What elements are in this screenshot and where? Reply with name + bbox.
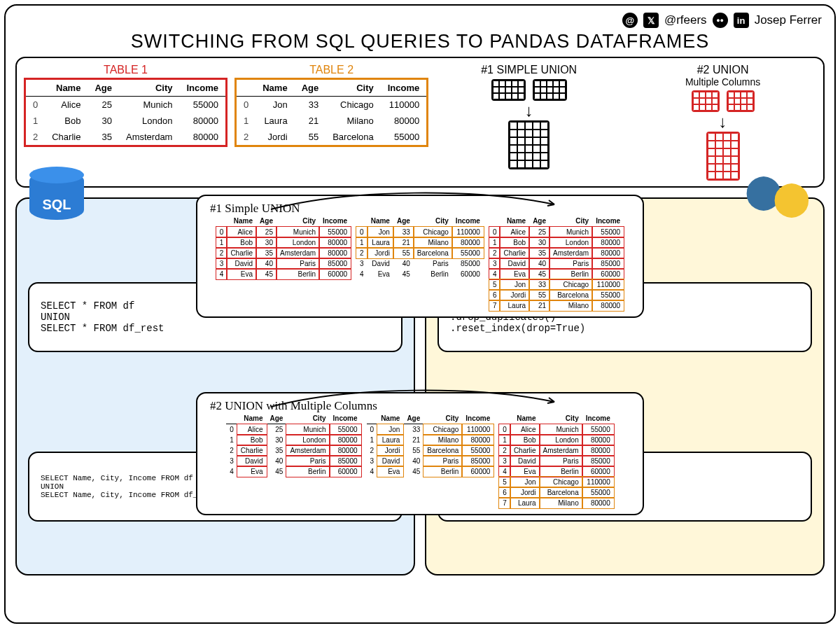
grid-icon <box>706 132 740 181</box>
ex1-result-table: NameAgeCityIncome0Alice25Munich550001Bob… <box>489 216 624 311</box>
table-1: NameAgeCityIncome0Alice25Munich550001Bob… <box>24 78 227 147</box>
grid-icon <box>727 90 755 112</box>
medium-icon: ●● <box>713 13 728 28</box>
table1-label: TABLE 1 <box>24 64 227 76</box>
arrow-down-icon: ↓ <box>719 113 727 130</box>
diagram-union-multi: #2 UNION Multiple Columns ↓ <box>629 64 816 181</box>
social-bar: @ 𝕏 @rfeers ●● in Josep Ferrer <box>15 13 825 31</box>
ex1-right-table: NameAgeCityIncome0Jon33Chicago1100001Lau… <box>356 216 484 279</box>
python-logo-icon: ⬤⬤ <box>745 171 811 217</box>
sql-database-icon: SQL <box>29 171 84 220</box>
panels-row: SQL SELECT * FROM df UNION SELECT * FROM… <box>15 197 825 575</box>
ex2-result-table: NameCityIncome0AliceMunich550001BobLondo… <box>499 413 613 508</box>
example-1-overlay: #1 Simple UNION NameAgeCityIncome0Alice2… <box>196 195 644 318</box>
author-name: Josep Ferrer <box>755 13 822 27</box>
table-2: NameAgeCityIncome0Jon33Chicago1100001Lau… <box>234 78 428 147</box>
grid-icon <box>491 79 526 101</box>
ex1-left-table: NameAgeCityIncome0Alice25Munich550001Bob… <box>216 216 351 279</box>
social-handle: @rfeers <box>664 13 707 27</box>
example-2-overlay: #2 UNION with Multiple Columns NameAgeCi… <box>196 392 644 515</box>
x-icon: 𝕏 <box>643 13 659 28</box>
table2-label: TABLE 2 <box>234 64 428 76</box>
diagram-simple-union: #1 SIMPLE UNION ↓ <box>435 64 622 169</box>
linkedin-icon: in <box>734 13 749 28</box>
grid-icon <box>533 79 567 101</box>
page-title: SWITCHING FROM SQL QUERIES TO PANDAS DAT… <box>15 31 825 53</box>
grid-icon <box>508 120 550 169</box>
diag1-title: #1 SIMPLE UNION <box>481 64 577 76</box>
ex2-left-table: NameAgeCityIncome0Alice25Munich550001Bob… <box>226 413 360 477</box>
ex1-title: #1 Simple UNION <box>210 202 636 216</box>
diag2-subtitle: Multiple Columns <box>685 76 760 88</box>
ex2-right-table: NameAgeCityIncome0Jon33Chicago1100001Lau… <box>367 413 494 477</box>
sql-icon-label: SQL <box>29 197 84 213</box>
arrow-down-icon: ↓ <box>525 102 533 119</box>
diag2-title: #2 UNION <box>697 64 749 76</box>
top-box: TABLE 1 NameAgeCityIncome0Alice25Munich5… <box>15 57 825 188</box>
page-frame: @ 𝕏 @rfeers ●● in Josep Ferrer SWITCHING… <box>4 4 836 624</box>
threads-icon: @ <box>622 13 638 28</box>
grid-icon <box>692 90 720 112</box>
ex2-title: #2 UNION with Multiple Columns <box>210 399 636 413</box>
